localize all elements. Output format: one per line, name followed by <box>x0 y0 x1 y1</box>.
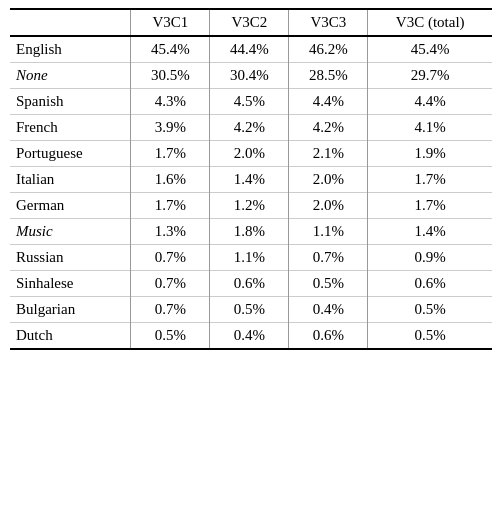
table-wrapper: V3C1 V3C2 V3C3 V3C (total) English45.4%4… <box>0 0 502 358</box>
cell-v3c2: 0.4% <box>210 323 289 350</box>
table-row: Bulgarian0.7%0.5%0.4%0.5% <box>10 297 492 323</box>
cell-v3c3: 2.1% <box>289 141 368 167</box>
cell-total: 0.5% <box>368 297 492 323</box>
cell-total: 1.9% <box>368 141 492 167</box>
table-row: Dutch0.5%0.4%0.6%0.5% <box>10 323 492 350</box>
cell-total: 45.4% <box>368 36 492 63</box>
cell-v3c2: 30.4% <box>210 63 289 89</box>
cell-label: Portuguese <box>10 141 131 167</box>
cell-v3c1: 45.4% <box>131 36 210 63</box>
cell-label: English <box>10 36 131 63</box>
table-row: English45.4%44.4%46.2%45.4% <box>10 36 492 63</box>
cell-label: Russian <box>10 245 131 271</box>
cell-v3c1: 1.6% <box>131 167 210 193</box>
cell-v3c3: 0.5% <box>289 271 368 297</box>
col-header-v3c3: V3C3 <box>289 9 368 36</box>
cell-label: Italian <box>10 167 131 193</box>
cell-v3c1: 30.5% <box>131 63 210 89</box>
cell-v3c1: 0.7% <box>131 297 210 323</box>
cell-total: 0.6% <box>368 271 492 297</box>
col-header-total: V3C (total) <box>368 9 492 36</box>
cell-label: Sinhalese <box>10 271 131 297</box>
col-header-v3c1: V3C1 <box>131 9 210 36</box>
cell-v3c3: 0.6% <box>289 323 368 350</box>
table-row: Sinhalese0.7%0.6%0.5%0.6% <box>10 271 492 297</box>
cell-v3c3: 2.0% <box>289 167 368 193</box>
cell-v3c2: 1.8% <box>210 219 289 245</box>
cell-v3c1: 1.7% <box>131 141 210 167</box>
cell-v3c2: 1.1% <box>210 245 289 271</box>
cell-label: German <box>10 193 131 219</box>
cell-label: Dutch <box>10 323 131 350</box>
cell-v3c3: 28.5% <box>289 63 368 89</box>
header-row: V3C1 V3C2 V3C3 V3C (total) <box>10 9 492 36</box>
cell-v3c2: 0.6% <box>210 271 289 297</box>
table-row: French3.9%4.2%4.2%4.1% <box>10 115 492 141</box>
table-row: None30.5%30.4%28.5%29.7% <box>10 63 492 89</box>
cell-v3c1: 0.7% <box>131 245 210 271</box>
cell-v3c1: 1.7% <box>131 193 210 219</box>
cell-v3c3: 0.4% <box>289 297 368 323</box>
cell-total: 4.1% <box>368 115 492 141</box>
cell-total: 1.7% <box>368 193 492 219</box>
cell-v3c1: 4.3% <box>131 89 210 115</box>
cell-v3c3: 4.2% <box>289 115 368 141</box>
cell-v3c3: 0.7% <box>289 245 368 271</box>
table-row: Russian0.7%1.1%0.7%0.9% <box>10 245 492 271</box>
cell-label: Spanish <box>10 89 131 115</box>
cell-total: 29.7% <box>368 63 492 89</box>
cell-v3c1: 1.3% <box>131 219 210 245</box>
cell-v3c3: 4.4% <box>289 89 368 115</box>
table-row: Italian1.6%1.4%2.0%1.7% <box>10 167 492 193</box>
cell-v3c1: 0.5% <box>131 323 210 350</box>
col-header-v3c2: V3C2 <box>210 9 289 36</box>
cell-v3c1: 3.9% <box>131 115 210 141</box>
cell-v3c2: 0.5% <box>210 297 289 323</box>
cell-label: French <box>10 115 131 141</box>
cell-total: 4.4% <box>368 89 492 115</box>
cell-v3c3: 46.2% <box>289 36 368 63</box>
cell-v3c2: 2.0% <box>210 141 289 167</box>
cell-v3c2: 4.5% <box>210 89 289 115</box>
cell-v3c2: 44.4% <box>210 36 289 63</box>
cell-label: None <box>10 63 131 89</box>
cell-total: 0.9% <box>368 245 492 271</box>
table-row: Spanish4.3%4.5%4.4%4.4% <box>10 89 492 115</box>
table-row: Portuguese1.7%2.0%2.1%1.9% <box>10 141 492 167</box>
cell-v3c2: 4.2% <box>210 115 289 141</box>
cell-total: 0.5% <box>368 323 492 350</box>
table-row: Music1.3%1.8%1.1%1.4% <box>10 219 492 245</box>
col-header-label <box>10 9 131 36</box>
cell-v3c2: 1.2% <box>210 193 289 219</box>
cell-total: 1.4% <box>368 219 492 245</box>
table-row: German1.7%1.2%2.0%1.7% <box>10 193 492 219</box>
cell-v3c3: 2.0% <box>289 193 368 219</box>
cell-total: 1.7% <box>368 167 492 193</box>
cell-v3c1: 0.7% <box>131 271 210 297</box>
cell-v3c2: 1.4% <box>210 167 289 193</box>
cell-label: Bulgarian <box>10 297 131 323</box>
data-table: V3C1 V3C2 V3C3 V3C (total) English45.4%4… <box>10 8 492 350</box>
cell-v3c3: 1.1% <box>289 219 368 245</box>
cell-label: Music <box>10 219 131 245</box>
